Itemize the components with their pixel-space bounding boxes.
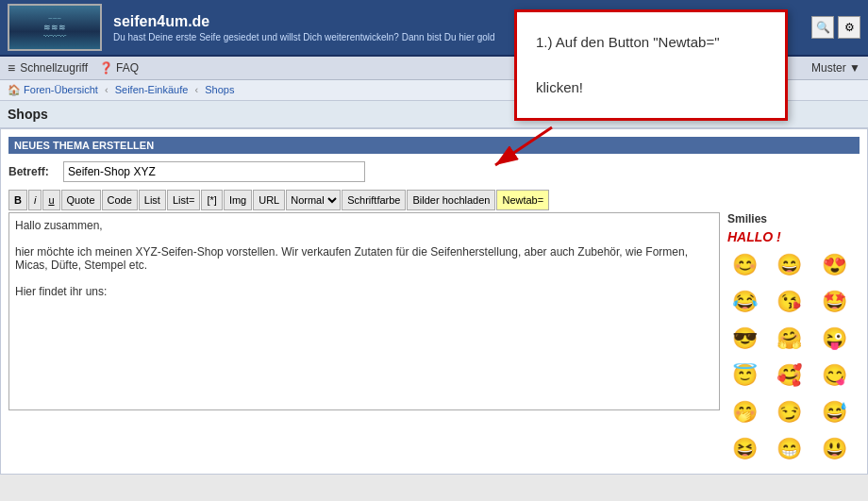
smiley-1[interactable]: 😊 — [727, 248, 761, 282]
breadcrumb: 🏠 Foren-Übersicht ‹ Seifen-Einkäufe ‹ Sh… — [0, 80, 868, 101]
smiley-9[interactable]: 😜 — [817, 322, 851, 356]
editor-container: Hallo zusammen, hier möchte ich meinen X… — [8, 212, 860, 466]
breadcrumb-sep-1: ‹ — [105, 84, 108, 95]
smiley-15[interactable]: 😅 — [817, 395, 851, 429]
listitem-button[interactable]: [*] — [201, 190, 222, 210]
smiley-12[interactable]: 😋 — [817, 359, 851, 392]
smiley-5[interactable]: 😘 — [773, 285, 807, 319]
quote-button[interactable]: Quote — [61, 190, 101, 210]
site-subtitle: Du hast Deine erste Seife gesiedet und w… — [113, 32, 679, 42]
smiley-18[interactable]: 😃 — [817, 432, 851, 466]
bold-button[interactable]: B — [8, 190, 27, 210]
schnellzugriff-link[interactable]: ≡ Schnellzugriff — [8, 60, 88, 75]
member-dropdown[interactable]: Muster ▼ — [811, 61, 860, 75]
smilies-title: Smilies — [727, 212, 860, 225]
list-button[interactable]: List — [139, 190, 166, 210]
header: ~~~ ≋≋≋ 〰〰〰 seifen4um.de Du hast Deine e… — [0, 0, 868, 57]
header-actions: 🔍 ⚙ — [811, 16, 860, 39]
page-title: Shops — [0, 101, 868, 128]
editor-toolbar: B i u Quote Code List List= [*] Img URL … — [8, 190, 860, 210]
breadcrumb-link-shops[interactable]: Shops — [205, 84, 234, 95]
schnellzugriff-label: Schnellzugriff — [20, 61, 88, 75]
smiley-6[interactable]: 🤩 — [817, 285, 851, 319]
bilder-button[interactable]: Bilder hochladen — [407, 190, 495, 210]
home-icon[interactable]: 🏠 — [8, 84, 21, 95]
hamburger-icon: ≡ — [8, 60, 15, 75]
new-topic-header: NEUES THEMA ERSTELLEN — [8, 137, 860, 154]
header-text-block: seifen4um.de Du hast Deine erste Seife g… — [102, 13, 811, 42]
code-button[interactable]: Code — [102, 190, 138, 210]
schriftfarbe-button[interactable]: Schriftfarbe — [342, 190, 406, 210]
breadcrumb-sep-2: ‹ — [194, 84, 198, 95]
smiley-13[interactable]: 🤭 — [727, 395, 761, 429]
hallo-text: HALLO ! — [727, 229, 860, 244]
smiley-8[interactable]: 🤗 — [773, 322, 807, 356]
underline-button[interactable]: u — [42, 190, 59, 210]
smiley-7[interactable]: 😎 — [727, 322, 761, 356]
font-size-select[interactable]: Normal Klein Groß — [286, 190, 341, 210]
site-title: seifen4um.de — [113, 13, 811, 30]
breadcrumb-link-foren[interactable]: Foren-Übersicht — [24, 84, 98, 95]
subject-label: Betreff: — [8, 165, 56, 178]
smilies-panel: Smilies HALLO ! 😊 😄 😍 😂 😘 🤩 😎 🤗 😜 😇 🥰 😋 … — [727, 212, 860, 466]
subject-row: Betreff: — [8, 161, 860, 182]
smiley-4[interactable]: 😂 — [727, 285, 761, 319]
list-eq-button[interactable]: List= — [167, 190, 201, 210]
url-button[interactable]: URL — [253, 190, 285, 210]
breadcrumb-link-seifen[interactable]: Seifen-Einkäufe — [115, 84, 189, 95]
smiley-2[interactable]: 😄 — [773, 248, 807, 282]
main-content: NEUES THEMA ERSTELLEN Betreff: B i u Quo… — [0, 128, 868, 475]
faq-icon: ❓ — [99, 61, 113, 75]
site-logo: ~~~ ≋≋≋ 〰〰〰 — [8, 4, 102, 51]
italic-button[interactable]: i — [28, 190, 42, 210]
navbar: ≡ Schnellzugriff ❓ FAQ Muster ▼ — [0, 57, 868, 80]
smilies-grid: 😊 😄 😍 😂 😘 🤩 😎 🤗 😜 😇 🥰 😋 🤭 😏 😅 😆 😁 😃 — [727, 248, 860, 466]
faq-link[interactable]: ❓ FAQ — [99, 61, 139, 75]
editor-textarea[interactable]: Hallo zusammen, hier möchte ich meinen X… — [8, 212, 720, 410]
smiley-16[interactable]: 😆 — [727, 432, 761, 466]
smiley-14[interactable]: 😏 — [773, 395, 807, 429]
subject-input[interactable] — [63, 161, 365, 182]
smiley-10[interactable]: 😇 — [727, 359, 761, 392]
smiley-17[interactable]: 😁 — [773, 432, 807, 466]
smiley-11[interactable]: 🥰 — [773, 359, 807, 392]
newtab-button[interactable]: Newtab= — [496, 190, 549, 210]
settings-button[interactable]: ⚙ — [838, 16, 860, 39]
navbar-left: ≡ Schnellzugriff ❓ FAQ — [8, 60, 139, 75]
smiley-3[interactable]: 😍 — [817, 248, 851, 282]
faq-label: FAQ — [116, 61, 139, 75]
img-button[interactable]: Img — [224, 190, 252, 210]
search-button[interactable]: 🔍 — [811, 16, 834, 39]
